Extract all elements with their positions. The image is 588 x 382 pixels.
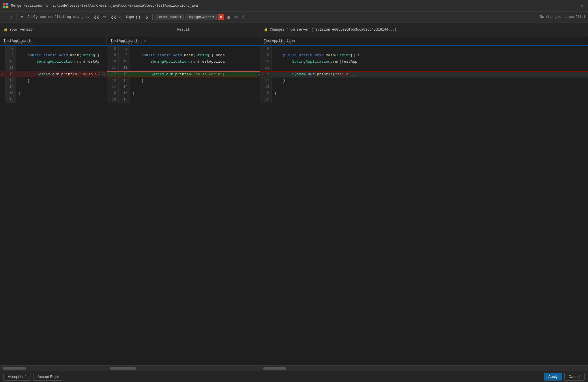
status-text: No changes. 1 conflict [540,15,586,19]
left-gutter-14: 14 [5,84,16,90]
title-bar: Merge Revisions for E:\code\test2\test\s… [0,0,588,12]
bottom-right-actions: Apply Cancel [544,373,585,381]
center-panel: 8 8 9 9 public static void main(String[]… [107,46,260,365]
columns-icon-button[interactable]: ⊞ [225,14,232,20]
right-line-16 [272,96,588,103]
apply-label: Apply non-conflicting changes: [26,15,91,19]
table-row: 11 [260,65,588,71]
do-not-ignore-dropdown[interactable]: Do not ignore ▾ [155,14,184,20]
right-gutter-9: 9 [260,52,272,58]
highlight-words-dropdown[interactable]: Highlight words ▾ [185,14,217,20]
right-scrollbar[interactable] [260,366,588,371]
table-row: 9 public static void main(String[] a [260,52,588,58]
table-row: 9 public static void main(String[] [0,52,107,58]
nav-prev-button[interactable]: ↑ [2,14,8,20]
svg-rect-2 [3,6,5,8]
left-gutter-16: 16 [5,96,16,103]
center-gutter-13: 13 [107,77,119,84]
accept-right-button[interactable]: « [258,73,261,77]
center-gutter-12: 12 [107,72,119,77]
left-scrollbar[interactable] [0,366,107,371]
right-scroll-thumb[interactable] [263,367,286,370]
left-lock-icon: 🔒 [3,27,8,32]
right-gutter-8: 8 [260,46,272,52]
cancel-button[interactable]: Cancel [564,373,585,381]
left-gutter-12: 12 [5,71,16,77]
left-gutter-13: 13 [5,77,16,84]
toolbar: ↑ ↓ ⇄ Apply non-conflicting changes: ❮❮ … [0,12,588,23]
apply-all-button[interactable]: ❮❮ All [109,14,123,20]
left-line-11 [16,65,107,71]
table-row: 8 8 [107,46,260,52]
svg-rect-3 [6,6,8,8]
center-code-content[interactable]: 8 8 9 9 public static void main(String[]… [107,46,260,365]
left-line-marker-10 [0,58,5,65]
table-row: 8 [260,46,588,52]
close-icon-button[interactable]: ✕ [218,14,224,20]
table-row: 16 16 [107,96,260,103]
left-line-marker-8 [0,46,5,52]
left-tab[interactable]: TestApplication [0,37,107,45]
scroll-area [0,365,588,371]
accept-left-button[interactable]: Accept Left [3,373,31,381]
table-row: 12 System.out.println("hello"); [260,71,588,77]
left-gutter-9: 9 [5,52,16,58]
right-code-content[interactable]: 8 9 public static void main(String[] a 1… [260,46,588,365]
center-gutter-8b: 8 [119,46,130,52]
left-line-marker-12: — [0,71,5,77]
reject-right-button[interactable]: ✕ [261,73,265,77]
apply-right-arrow-button[interactable]: ❯ [144,14,150,20]
center-line-10: SpringApplication.run(TestApplica [130,58,260,65]
center-gutter-16: 16 [107,96,119,103]
accept-left-button[interactable]: » [101,73,104,77]
panel-divider-2: « ✕ [260,46,260,365]
center-gutter-12b: 12 [119,72,130,77]
center-gutter-13b: 13 [119,77,130,84]
left-line-12: System.out.println("Hello Sp [16,71,107,77]
table-row: 13 13 } [107,77,260,84]
settings-icon-button[interactable]: ⚙ [233,14,239,20]
left-panel: 8 9 public static void main(String[] 10 … [0,46,107,365]
center-line-15: } [130,90,260,96]
center-gutter-14: 14 [107,84,119,90]
reject-left-button[interactable]: ✕ [97,73,101,77]
non-conflicting-icon[interactable]: ⇄ [19,14,25,20]
apply-button[interactable]: Apply [544,373,562,381]
table-row: 15 } [0,90,107,96]
close-button[interactable]: ✕ [578,2,585,9]
center-tab[interactable]: TestApplication ✓ [107,37,260,45]
left-scroll-thumb[interactable] [3,367,26,370]
right-tab[interactable]: TestApplication [260,37,588,45]
table-row: 13 } [0,77,107,84]
center-scroll-thumb[interactable] [110,367,136,370]
toolbar-right: No changes. 1 conflict [540,15,586,19]
left-line-marker-16 [0,96,5,103]
table-row: 10 SpringApplication.run(TestAp [0,58,107,65]
center-scrollbar[interactable] [107,366,260,371]
center-gutter-9b: 9 [119,52,130,58]
title-text: Merge Revisions for E:\code\test2\test\s… [11,4,585,8]
app-icon [3,3,9,9]
left-line-14 [16,84,107,90]
left-line-marker-13 [0,77,5,84]
center-gutter-10b: 10 [119,58,130,65]
center-line-14 [130,84,260,90]
center-line-9: public static void main(String[] args [130,52,260,58]
nav-next-button[interactable]: ↓ [9,14,14,20]
left-tab-label: TestApplication [3,39,35,43]
table-row: 11 [0,65,107,71]
center-line-11 [130,65,260,71]
apply-right-button[interactable]: Right ❯❯ [124,14,142,20]
center-gutter-11b: 11 [119,65,130,71]
table-row: 12 12 System.out.println("hello world") [107,71,260,77]
right-line-9: public static void main(String[] a [272,52,588,58]
left-code-content[interactable]: 8 9 public static void main(String[] 10 … [0,46,107,365]
right-line-14 [272,84,588,90]
apply-left-button[interactable]: ❮❮ Left [92,14,108,20]
accept-right-button[interactable]: Accept Right [33,373,63,381]
table-row: 8 [0,46,107,52]
center-tab-label: TestApplication [111,39,142,43]
help-button[interactable]: ? [241,14,246,20]
table-row: 15 } [260,90,588,96]
center-line-16 [130,96,260,103]
